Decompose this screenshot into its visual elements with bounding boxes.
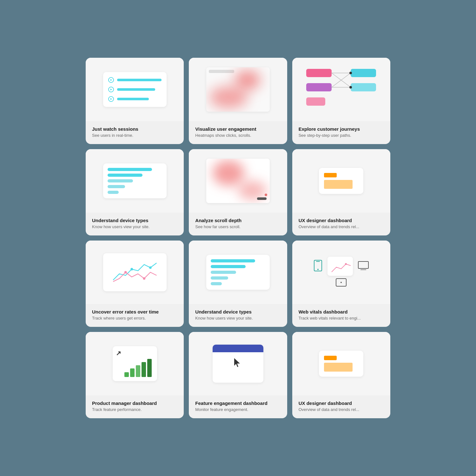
- card-desc-devices-2: Know how users view your site.: [195, 316, 281, 321]
- illustration-sessions: [86, 58, 184, 121]
- device-bar-row-2-5: [211, 282, 265, 285]
- card-content-errors: Uncover error rates over time Track wher…: [86, 304, 184, 327]
- play-icon-3: [108, 96, 114, 102]
- card-content-webvitals: Web vitals dashboard Track web vitals re…: [292, 304, 390, 327]
- card-content-devices-2: Understand device types Know how users v…: [189, 304, 287, 327]
- card-content-journey: Explore customer journeys See step-by-st…: [292, 121, 390, 144]
- ux-block-light-2: [324, 363, 353, 372]
- heatmap-screen: [206, 67, 270, 112]
- play-icon-2: [108, 87, 114, 92]
- device-bar-row-3: [108, 179, 162, 182]
- card-content-feature: Feature engagement dashboard Monitor fea…: [189, 395, 287, 418]
- card-watch-sessions[interactable]: Just watch sessions See users in real-ti…: [86, 58, 184, 144]
- feature-cursor: [233, 358, 243, 370]
- card-ux-dashboard-1[interactable]: UX designer dashboard Overview of data a…: [292, 149, 390, 235]
- device-panel: [103, 163, 167, 198]
- svg-rect-21: [136, 365, 140, 377]
- card-error-rates[interactable]: Uncover error rates over time Track wher…: [86, 241, 184, 327]
- card-ux-dashboard-2[interactable]: UX designer dashboard Overview of data a…: [292, 332, 390, 418]
- errors-svg: [108, 258, 162, 286]
- device-bar-row-2: [108, 174, 162, 177]
- card-title-scroll: Analyze scroll depth: [195, 218, 281, 223]
- card-title-ux-2: UX designer dashboard: [299, 400, 384, 406]
- device-bar-2: [108, 174, 142, 177]
- card-desc-ux-1: Overview of data and trends rel...: [299, 224, 384, 229]
- card-content-engagement: Visualize user engagement Heatmaps show …: [189, 121, 287, 144]
- session-bar-3: [117, 98, 149, 100]
- svg-marker-24: [234, 358, 240, 367]
- heatmap-blob-2: [209, 86, 248, 109]
- webvitals-icons-row: [314, 257, 369, 276]
- device-bar-row-2-4: [211, 276, 265, 280]
- illustration-errors: [86, 241, 184, 304]
- illustration-webvitals: [292, 241, 390, 304]
- pm-bar-chart: [123, 356, 155, 379]
- card-pm-dashboard[interactable]: ↗ Product manager dashboard Track featur…: [86, 332, 184, 418]
- svg-point-12: [317, 269, 319, 270]
- ux-block-orange-2: [324, 356, 337, 360]
- webvitals-layout: [314, 257, 369, 288]
- ux-block-light: [324, 180, 353, 189]
- svg-point-6: [130, 268, 133, 270]
- illustration-devices: [86, 149, 184, 213]
- card-desc-sessions: See users in real-time.: [92, 133, 177, 138]
- device-bar-4: [108, 185, 125, 188]
- svg-rect-11: [316, 261, 320, 262]
- mobile-icon: [314, 260, 322, 273]
- card-title-pm: Product manager dashboard: [92, 400, 177, 406]
- card-desc-ux-2: Overview of data and trends rel...: [299, 407, 384, 412]
- card-device-types-1[interactable]: Understand device types Know how users v…: [86, 149, 184, 235]
- svg-rect-20: [130, 368, 135, 377]
- device-bar-2-3: [211, 271, 236, 274]
- device-bar-1: [108, 168, 152, 171]
- svg-point-9: [143, 277, 145, 280]
- card-title-feature: Feature engagement dashboard: [195, 400, 281, 406]
- card-desc-webvitals: Track web vitals relevant to engi...: [299, 316, 384, 321]
- journey-lines-svg: [306, 66, 376, 113]
- card-title-journey: Explore customer journeys: [299, 126, 384, 132]
- device-bar-2-2: [211, 265, 246, 268]
- card-web-vitals[interactable]: Web vitals dashboard Track web vitals re…: [292, 241, 390, 327]
- card-device-types-2[interactable]: Understand device types Know how users v…: [189, 241, 287, 327]
- svg-point-5: [349, 86, 352, 89]
- card-title-engagement: Visualize user engagement: [195, 126, 281, 132]
- illustration-feature: [189, 332, 287, 395]
- svg-rect-22: [142, 362, 146, 377]
- device-bar-row-4: [108, 185, 162, 188]
- session-row-3: [108, 96, 162, 102]
- session-bar-2: [117, 88, 155, 91]
- scroll-indicator: [257, 197, 267, 200]
- session-row-1: [108, 77, 162, 83]
- pm-arrow-icon: ↗: [116, 349, 121, 357]
- svg-point-8: [124, 271, 127, 274]
- card-feature-engagement[interactable]: Feature engagement dashboard Monitor fea…: [189, 332, 287, 418]
- card-title-devices-1: Understand device types: [92, 218, 177, 223]
- card-content-scroll: Analyze scroll depth See how far users s…: [189, 213, 287, 235]
- illustration-ux2: [292, 332, 390, 395]
- card-customer-journeys[interactable]: Explore customer journeys See step-by-st…: [292, 58, 390, 144]
- illustration-journey: [292, 58, 390, 121]
- errors-panel: [103, 253, 167, 291]
- illustration-devices2: [189, 241, 287, 304]
- card-title-devices-2: Understand device types: [195, 309, 281, 314]
- vitals-chart-panel: [327, 257, 353, 276]
- svg-point-7: [149, 266, 152, 269]
- card-desc-pm: Track feature performance.: [92, 407, 177, 412]
- scroll-blob-2: [238, 181, 267, 200]
- card-scroll-depth[interactable]: Analyze scroll depth See how far users s…: [189, 149, 287, 235]
- ux-panel: [319, 168, 363, 194]
- pm-panel: ↗: [113, 346, 157, 381]
- card-content-devices-1: Understand device types Know how users v…: [86, 213, 184, 235]
- card-content-sessions: Just watch sessions See users in real-ti…: [86, 121, 184, 144]
- svg-point-4: [349, 72, 352, 74]
- device-bar-row-2-1: [211, 259, 265, 262]
- device-bar-2-1: [211, 259, 255, 262]
- card-user-engagement[interactable]: Visualize user engagement Heatmaps show …: [189, 58, 287, 144]
- svg-rect-19: [124, 372, 129, 377]
- device-bar-2-4: [211, 276, 228, 280]
- heatmap-bar: [209, 70, 234, 73]
- device-bar-row-2-3: [211, 271, 265, 274]
- device-bar-row-5: [108, 191, 162, 194]
- svg-rect-23: [147, 359, 152, 377]
- journey-container: [306, 66, 376, 113]
